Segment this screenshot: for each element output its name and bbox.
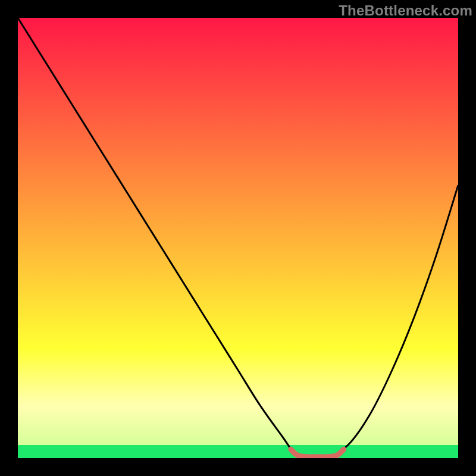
curve-path (18, 18, 458, 458)
bottleneck-curve (18, 18, 458, 458)
optimal-marker (291, 449, 344, 457)
plot-area (18, 18, 458, 458)
chart-frame (18, 18, 458, 458)
watermark-text: TheBottleneck.com (339, 2, 472, 19)
